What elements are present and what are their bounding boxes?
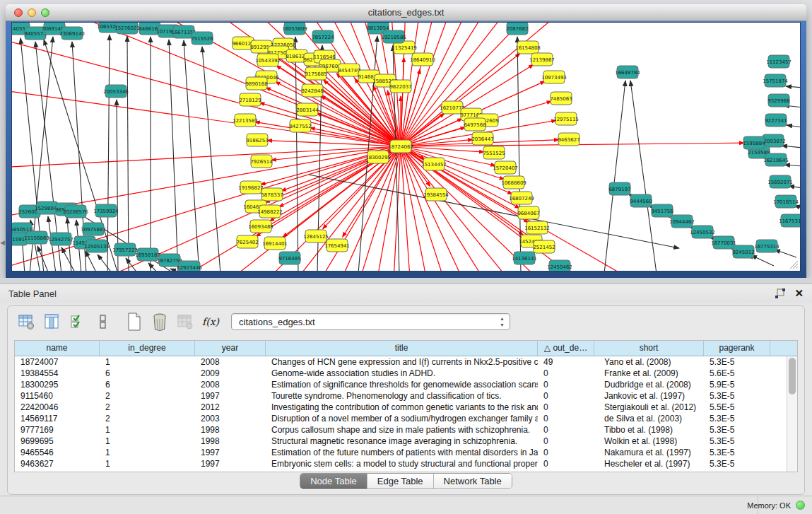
table-cell[interactable]: Yano et al. (2008) xyxy=(594,356,704,368)
table-cell[interactable]: Investigating the contribution of common… xyxy=(266,402,538,413)
graph-node[interactable]: 17359924 xyxy=(93,204,119,217)
graph-node[interactable]: 7857224 xyxy=(312,30,334,43)
table-cell[interactable]: Tibbo et al. (1998) xyxy=(594,424,704,436)
table-cell[interactable]: 9699695 xyxy=(15,436,100,447)
graph-node[interactable]: 23069140 xyxy=(59,27,85,40)
graph-node[interactable]: 7625402 xyxy=(236,235,258,248)
graph-node[interactable]: 15720407 xyxy=(493,161,518,174)
table-cell[interactable]: 1 xyxy=(100,356,195,368)
table-cell[interactable]: Tourette syndrome. Phenomenology and cla… xyxy=(266,390,538,402)
graph-node[interactable]: 17957223 xyxy=(112,243,138,256)
edge[interactable] xyxy=(401,23,715,146)
graph-node[interactable]: 11156869 xyxy=(24,231,49,244)
import-table-button[interactable] xyxy=(176,312,194,332)
graph-node[interactable]: 9822037 xyxy=(389,80,411,93)
table-cell[interactable]: 5.5E-5 xyxy=(704,402,770,413)
graph-node[interactable]: 16648784 xyxy=(615,66,640,78)
table-cell[interactable]: 2008 xyxy=(195,356,266,368)
graph-node[interactable]: 8427552 xyxy=(289,119,311,132)
select-rows-button[interactable] xyxy=(69,312,87,332)
column-header-short[interactable]: short xyxy=(594,341,704,356)
table-cell[interactable]: Hescheler et al. (1997) xyxy=(594,458,704,469)
table-cell[interactable]: 0 xyxy=(538,424,594,436)
graph-node[interactable]: 2803144 xyxy=(296,103,319,116)
graph-node[interactable]: 11675316 xyxy=(779,214,800,227)
graph-node[interactable]: 18640910 xyxy=(410,53,435,66)
table-cell[interactable]: 9463627 xyxy=(15,458,100,469)
graph-node[interactable]: 17016514 xyxy=(773,195,799,208)
table-cell[interactable]: 1 xyxy=(100,424,195,436)
table-cell[interactable]: 0 xyxy=(538,458,594,469)
graph-node[interactable]: 9242848 xyxy=(301,84,323,97)
graph-node[interactable]: 15134457 xyxy=(421,158,447,170)
table-row[interactable]: 2242004622012Investigating the contribut… xyxy=(15,402,787,413)
table-cell[interactable]: 5.3E-5 xyxy=(704,447,770,458)
graph-node[interactable]: 7926514 xyxy=(250,155,273,168)
column-header-year[interactable]: year xyxy=(195,341,266,356)
table-cell[interactable]: Genome-wide association studies in ADHD. xyxy=(266,368,538,379)
graph-node[interactable]: 15751874 xyxy=(763,74,788,87)
table-cell[interactable]: Embryonic stem cells: a model to study s… xyxy=(266,458,538,469)
graph-node[interactable]: 16152132 xyxy=(524,221,550,234)
graph-node[interactable]: 16770031 xyxy=(711,236,736,249)
table-cell[interactable]: 0 xyxy=(538,447,594,458)
table-cell[interactable]: 1997 xyxy=(195,447,266,458)
table-cell[interactable]: 1 xyxy=(100,436,195,447)
table-cell[interactable]: 5.9E-5 xyxy=(704,379,770,390)
table-cell[interactable]: 19384554 xyxy=(15,368,100,379)
column-header-in-degree[interactable]: in_degree xyxy=(100,341,195,356)
table-row[interactable]: 946554611997Estimation of the future num… xyxy=(15,447,787,458)
table-cell[interactable]: Changes of HCN gene expression and I(f) … xyxy=(266,356,538,368)
table-cell[interactable]: 9777169 xyxy=(15,424,100,436)
graph-node[interactable]: 9186253 xyxy=(246,134,268,146)
table-row[interactable]: 1830029562008Estimation of significance … xyxy=(15,379,787,390)
table-cell[interactable]: 2 xyxy=(100,390,195,402)
table-row[interactable]: 1456911722003Disruption of a novel membe… xyxy=(15,413,787,424)
graph-node[interactable]: 9175685 xyxy=(305,67,326,80)
network-canvas[interactable]: 9660128891295412226058912750910543392818… xyxy=(11,22,801,271)
table-cell[interactable]: 49 xyxy=(538,356,594,368)
graph-node[interactable]: 10543392 xyxy=(255,54,281,66)
table-cell[interactable]: 2012 xyxy=(195,402,266,413)
edge[interactable] xyxy=(169,40,178,271)
table-cell[interactable]: Franke et al. (2009) xyxy=(594,368,704,379)
table-cell[interactable]: 2 xyxy=(100,402,195,413)
table-cell[interactable]: 2008 xyxy=(195,379,266,390)
merge-rows-button[interactable] xyxy=(94,312,112,332)
table-cell[interactable]: 9465546 xyxy=(15,447,100,458)
table-cell[interactable]: 18300295 xyxy=(15,379,100,390)
table-cell[interactable]: 2003 xyxy=(195,413,266,424)
edge[interactable] xyxy=(784,165,800,166)
table-row[interactable]: 1872400712008Changes of HCN gene express… xyxy=(15,356,787,368)
graph-node[interactable]: 2036447 xyxy=(471,132,493,145)
table-cell[interactable]: 5.3E-5 xyxy=(704,390,770,402)
graph-node[interactable]: 11123457 xyxy=(766,55,792,68)
graph-node[interactable]: 9684067 xyxy=(517,206,539,219)
float-panel-icon[interactable] xyxy=(775,288,786,299)
table-cell[interactable]: 0 xyxy=(538,402,594,413)
table-cell[interactable]: 6 xyxy=(100,379,195,390)
graph-node[interactable]: 14988222 xyxy=(257,205,283,218)
table-row[interactable]: 969969511998Structural magnetic resonanc… xyxy=(15,436,787,447)
graph-node[interactable]: 2087682 xyxy=(506,23,528,35)
column-settings-button[interactable] xyxy=(18,312,36,332)
tab-network-table[interactable]: Network Table xyxy=(434,474,512,489)
function-builder-button[interactable]: f(x) xyxy=(201,312,220,332)
close-window-button[interactable] xyxy=(14,8,23,17)
graph-node[interactable]: 10944462 xyxy=(669,215,695,228)
tab-edge-table[interactable]: Edge Table xyxy=(367,474,434,489)
table-cell[interactable]: 6 xyxy=(100,368,195,379)
new-column-button[interactable] xyxy=(125,312,143,332)
graph-node[interactable]: 19218586 xyxy=(381,30,406,43)
graph-node[interactable]: 16093489 xyxy=(248,220,273,233)
show-columns-button[interactable] xyxy=(43,312,61,332)
graph-node[interactable]: 17654941 xyxy=(324,239,350,252)
graph-node[interactable]: 30975887 xyxy=(81,223,106,235)
table-cell[interactable]: 18724007 xyxy=(15,356,100,368)
table-cell[interactable]: 5.6E-5 xyxy=(704,368,770,379)
table-cell[interactable]: Structural magnetic resonance image aver… xyxy=(266,436,538,447)
edge[interactable] xyxy=(126,258,138,271)
table-cell[interactable]: Jankovic et al. (1997) xyxy=(594,390,704,402)
graph-node[interactable]: 6497568 xyxy=(464,118,486,131)
table-cell[interactable]: 1998 xyxy=(195,424,266,436)
